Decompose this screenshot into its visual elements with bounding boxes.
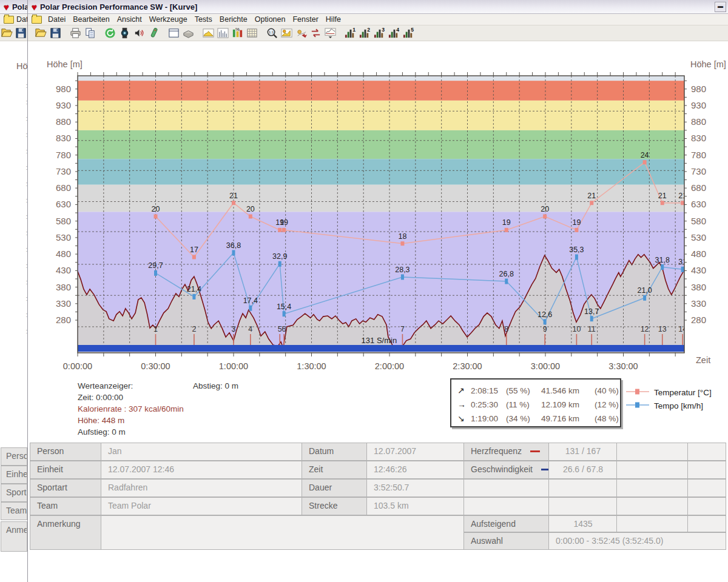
table-label-geschwindigkeit: Geschwindigkeit bbox=[464, 461, 549, 478]
print-icon[interactable] bbox=[68, 26, 83, 40]
svg-text:20: 20 bbox=[152, 205, 160, 213]
summary-distance-pct: (12 %) bbox=[595, 398, 625, 412]
werteanzeiger-hoehe: Höhe: 448 m bbox=[78, 415, 184, 426]
werteanzeiger-zeit: Zeit: 0:00:00 bbox=[78, 392, 184, 403]
svg-text:1:00:00: 1:00:00 bbox=[219, 361, 248, 371]
svg-text:2:00:00: 2:00:00 bbox=[375, 361, 404, 371]
bg-open-file-icon[interactable] bbox=[0, 26, 14, 40]
svg-text:20: 20 bbox=[246, 205, 255, 213]
report-4-icon[interactable]: 4 bbox=[386, 26, 401, 40]
grid-view-icon[interactable] bbox=[244, 26, 259, 40]
percent-view-icon[interactable]: % bbox=[230, 26, 244, 40]
report-5-icon[interactable]: 5 bbox=[401, 26, 416, 40]
bg-titlebar: ♥ Pola bbox=[0, 0, 28, 14]
toolbar-group bbox=[33, 26, 62, 40]
svg-text:330: 330 bbox=[56, 298, 71, 309]
report-2-icon[interactable]: 2 bbox=[357, 26, 372, 40]
report-1-icon[interactable]: 1 bbox=[343, 26, 357, 40]
y-axis-title-left: Höhe [m] bbox=[47, 59, 83, 69]
svg-text:4: 4 bbox=[396, 27, 399, 33]
table-label-sportart: Sportart bbox=[30, 480, 101, 497]
minimize-button[interactable]: ▬ bbox=[715, 2, 726, 12]
werteanzeiger-aufstieg: Aufstieg: 0 m bbox=[78, 426, 184, 438]
table-label-auswahl: Auswahl bbox=[464, 533, 549, 549]
menu-item-bearbeiten[interactable]: Bearbeiten bbox=[69, 15, 113, 24]
table-empty-cell bbox=[688, 443, 726, 460]
sound-icon[interactable] bbox=[132, 26, 146, 40]
svg-text:680: 680 bbox=[691, 182, 706, 193]
curve-chart[interactable]: 131 S/min1234567891011121314201721201919… bbox=[36, 58, 728, 373]
open-file-icon[interactable] bbox=[33, 26, 48, 40]
curve-select-icon[interactable] bbox=[323, 26, 337, 40]
bg-table-label-fragment: Anme bbox=[1, 522, 27, 551]
table-label-anmerkung: Anmerkung bbox=[30, 516, 101, 549]
table-value-herzfrequenz: 131 / 167 bbox=[549, 443, 617, 460]
svg-text:880: 880 bbox=[56, 116, 71, 127]
svg-text:20: 20 bbox=[541, 205, 549, 213]
svg-text:7: 7 bbox=[400, 325, 405, 333]
svg-text:280: 280 bbox=[56, 315, 71, 325]
svg-text:9: 9 bbox=[543, 325, 547, 333]
svg-text:730: 730 bbox=[691, 166, 706, 176]
summary-time-pct: (11 %) bbox=[506, 398, 541, 412]
window-view-icon[interactable] bbox=[166, 26, 181, 40]
svg-text:10: 10 bbox=[572, 325, 581, 333]
legend-row: Tempo [km/h] bbox=[626, 399, 712, 412]
bg-save-file-icon[interactable] bbox=[14, 26, 28, 40]
menu-item-tests[interactable]: Tests bbox=[191, 15, 216, 24]
watch-device-icon[interactable] bbox=[117, 26, 132, 40]
save-file-icon[interactable] bbox=[48, 26, 62, 40]
summary-row: ↗2:08:15(55 %)41.546 km(40 %) bbox=[457, 384, 615, 398]
svg-text:21: 21 bbox=[587, 192, 596, 200]
svg-text:1:30:00: 1:30:00 bbox=[297, 361, 326, 371]
table-label-person: Person bbox=[30, 443, 101, 460]
mdi-child-folder-icon[interactable] bbox=[32, 16, 42, 24]
svg-text:630: 630 bbox=[56, 199, 71, 209]
menu-item-ansicht[interactable]: Ansicht bbox=[113, 15, 146, 24]
trend-arrow-icon: ↘ bbox=[457, 412, 471, 426]
bars-view-icon[interactable] bbox=[215, 26, 230, 40]
table-empty-cell bbox=[549, 480, 617, 497]
titlebar[interactable]: ♥ Polar Precision Performance SW - [Kurv… bbox=[28, 0, 728, 14]
lap-summary-box: ↗2:08:15(55 %)41.546 km(40 %)→0:25:30(11… bbox=[450, 378, 621, 427]
svg-text:21: 21 bbox=[229, 192, 238, 200]
table-value-zeit: 12:46:26 bbox=[367, 461, 464, 478]
werteanzeiger-kalorienrate: Kalorienrate : 307 kcal/60min bbox=[78, 403, 184, 415]
menu-item-optionen[interactable]: Optionen bbox=[251, 15, 289, 24]
menu-item-berichte[interactable]: Berichte bbox=[216, 15, 251, 24]
table-empty-cell bbox=[688, 498, 726, 515]
swap-icon[interactable] bbox=[308, 26, 323, 40]
svg-text:14: 14 bbox=[678, 325, 687, 333]
menu-item-fenster[interactable]: Fenster bbox=[289, 15, 322, 24]
svg-text:580: 580 bbox=[691, 216, 706, 226]
svg-text:17: 17 bbox=[190, 246, 198, 254]
svg-text:1: 1 bbox=[352, 27, 356, 33]
table-value-strecke: 103.5 km bbox=[367, 498, 464, 515]
report-3-icon[interactable]: 3 bbox=[372, 26, 386, 40]
chart-transfer-icon[interactable] bbox=[294, 26, 308, 40]
bg-document-folder-icon bbox=[4, 16, 14, 24]
geschwindigkeit-line-icon bbox=[541, 469, 549, 470]
table-value-team: Team Polar bbox=[101, 498, 302, 515]
ir-remote-icon[interactable] bbox=[146, 26, 161, 40]
svg-text:35,3: 35,3 bbox=[569, 246, 584, 254]
curve-view-icon[interactable] bbox=[201, 26, 215, 40]
svg-text:12,6: 12,6 bbox=[538, 310, 552, 319]
table-empty-cell bbox=[464, 480, 549, 497]
book-icon[interactable] bbox=[181, 26, 195, 40]
refresh-icon[interactable] bbox=[103, 26, 117, 40]
zoom-1-1-icon[interactable]: 1:1 bbox=[265, 26, 279, 40]
copy-icon[interactable] bbox=[83, 26, 97, 40]
menu-item-datei[interactable]: Datei bbox=[44, 15, 69, 24]
bg-table-label-fragment: Team bbox=[1, 503, 27, 520]
menu-item-werkzeuge[interactable]: Werkzeuge bbox=[146, 15, 191, 24]
menu-item-hilfe[interactable]: Hilfe bbox=[322, 15, 345, 24]
svg-text:2: 2 bbox=[192, 325, 196, 333]
bg-menu-item-datei[interactable]: Datei bbox=[16, 15, 28, 24]
svg-text:26,8: 26,8 bbox=[499, 270, 514, 278]
chart-info-icon[interactable] bbox=[279, 26, 294, 40]
svg-text:480: 480 bbox=[691, 249, 706, 259]
svg-text:19: 19 bbox=[502, 218, 511, 227]
svg-text:4: 4 bbox=[248, 325, 252, 333]
svg-text:780: 780 bbox=[691, 150, 706, 160]
